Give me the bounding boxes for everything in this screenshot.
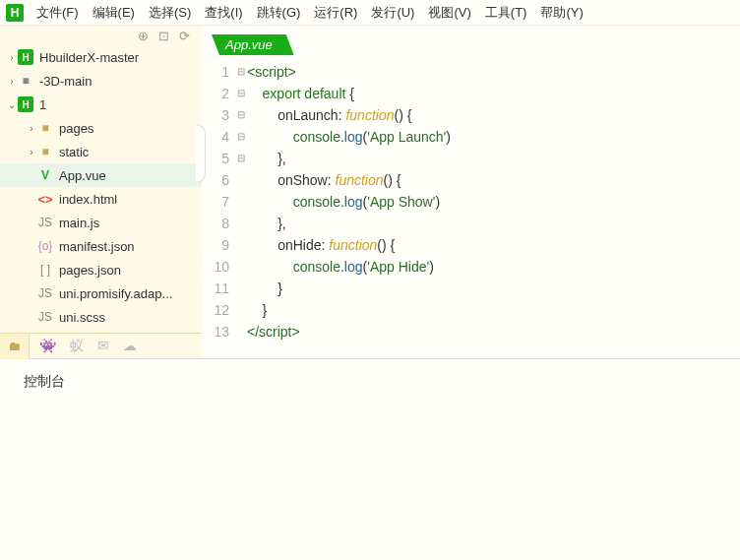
explorer-icon[interactable]: 🖿: [0, 334, 30, 359]
code-line[interactable]: onShow: function() {: [247, 169, 740, 191]
menu-视图(V)[interactable]: 视图(V): [421, 4, 477, 22]
fold-icon[interactable]: ⊟: [235, 104, 247, 126]
tree-manifest.json[interactable]: {o}manifest.json: [0, 234, 202, 258]
bug-icon[interactable]: 👾: [39, 338, 56, 355]
fold-g-icon: ■: [18, 73, 33, 89]
debug-icon[interactable]: 蚁: [70, 338, 84, 355]
tree-label: index.html: [59, 192, 117, 207]
code-line[interactable]: console.log('App Show'): [247, 191, 740, 213]
code-line[interactable]: onHide: function() {: [247, 234, 740, 256]
menu-items: 文件(F)编辑(E)选择(S)查找(I)跳转(G)运行(R)发行(U)视图(V)…: [30, 4, 590, 22]
vue-icon: V: [37, 167, 53, 183]
refresh-icon[interactable]: ⟳: [179, 29, 190, 43]
menu-工具(T)[interactable]: 工具(T): [478, 4, 534, 22]
console-tab[interactable]: 控制台: [24, 373, 65, 399]
line-number: 12: [202, 299, 229, 321]
sidebar: ⊕ ⊡ ⟳ ›HHbuilderX-master›■-3D-main⌄H1›■p…: [0, 26, 202, 358]
h-icon: H: [18, 96, 33, 112]
brackets-icon: [ ]: [37, 262, 53, 278]
chevron-icon[interactable]: ›: [26, 147, 37, 157]
line-number: 8: [202, 213, 229, 234]
code-lines[interactable]: <script> export default { onLaunch: func…: [247, 61, 740, 358]
line-number: 9: [202, 234, 229, 256]
tree-label: static: [59, 145, 89, 159]
chevron-icon[interactable]: ›: [26, 123, 37, 134]
menu-查找(I)[interactable]: 查找(I): [198, 4, 249, 22]
html-icon: <>: [37, 191, 53, 207]
menu-跳转(G)[interactable]: 跳转(G): [250, 4, 308, 22]
code-line[interactable]: console.log('App Hide'): [247, 256, 740, 278]
tree-uni.promisify.adap...[interactable]: JSuni.promisify.adap...: [0, 281, 202, 305]
fold-icon[interactable]: ⊟: [235, 148, 247, 169]
tree--3D-main[interactable]: ›■-3D-main: [0, 69, 202, 93]
fold-icon: ■: [37, 120, 53, 136]
fold-column: ⊟⊟⊟⊟⊟: [235, 61, 247, 358]
tree-uni.scss[interactable]: JSuni.scss: [0, 305, 202, 329]
menu-帮助(Y)[interactable]: 帮助(Y): [533, 4, 589, 22]
tree-label: uni.promisify.adap...: [59, 286, 172, 301]
tree-HbuilderX-master[interactable]: ›HHbuilderX-master: [0, 45, 202, 69]
tree-label: HbuilderX-master: [39, 50, 139, 65]
tree-index.html[interactable]: <>index.html: [0, 187, 202, 211]
line-number: 11: [202, 278, 229, 299]
chevron-icon[interactable]: ›: [6, 52, 18, 63]
tree-label: pages: [59, 121, 93, 136]
tab-app-vue[interactable]: App.vue: [212, 34, 294, 55]
code-line[interactable]: console.log('App Launch'): [247, 126, 740, 148]
h-icon: H: [18, 49, 33, 65]
tree-App.vue[interactable]: VApp.vue: [0, 163, 202, 187]
main-area: ⊕ ⊡ ⟳ ›HHbuilderX-master›■-3D-main⌄H1›■p…: [0, 26, 740, 358]
fold-icon[interactable]: ⊟: [235, 83, 247, 104]
tree-pages[interactable]: ›■pages: [0, 116, 202, 140]
fold-icon: ■: [37, 144, 53, 159]
sidebar-toolbar: ⊕ ⊡ ⟳: [0, 26, 202, 45]
line-number: 6: [202, 169, 229, 191]
sidebar-bottom: 🖿 👾 蚁 ✉ ☁: [0, 333, 202, 358]
tree-label: App.vue: [59, 168, 106, 183]
new-file-icon[interactable]: ⊕: [138, 29, 149, 43]
tree-pages.json[interactable]: [ ]pages.json: [0, 258, 202, 281]
app-logo: H: [6, 4, 24, 22]
tree-label: manifest.json: [59, 239, 135, 254]
tree-label: 1: [39, 97, 46, 112]
js-icon: JS: [37, 309, 53, 325]
menu-文件(F)[interactable]: 文件(F): [30, 4, 86, 22]
line-number: 13: [202, 321, 229, 342]
tree-label: -3D-main: [39, 74, 92, 89]
chevron-icon[interactable]: ›: [6, 76, 18, 87]
js-icon: JS: [37, 215, 53, 230]
code-line[interactable]: onLaunch: function() {: [247, 104, 740, 126]
code-line[interactable]: }: [247, 278, 740, 299]
code-line[interactable]: }: [247, 299, 740, 321]
tree-label: main.js: [59, 216, 99, 230]
toggle-sidebar-handle[interactable]: [196, 124, 206, 183]
menu-运行(R)[interactable]: 运行(R): [307, 4, 364, 22]
console-panel: 控制台: [0, 358, 740, 560]
menu-编辑(E)[interactable]: 编辑(E): [86, 4, 142, 22]
line-gutter: 12345678910111213: [202, 61, 235, 358]
code-line[interactable]: },: [247, 213, 740, 234]
code-area[interactable]: 12345678910111213 ⊟⊟⊟⊟⊟ <script> export …: [202, 55, 740, 358]
tree-label: uni.scss: [59, 310, 105, 325]
code-line[interactable]: </script>: [247, 321, 740, 342]
cloud-icon[interactable]: ☁: [123, 338, 137, 355]
line-number: 3: [202, 104, 229, 126]
tree-label: pages.json: [59, 263, 121, 278]
fold-icon[interactable]: ⊟: [235, 61, 247, 83]
line-number: 2: [202, 83, 229, 104]
code-line[interactable]: export default {: [247, 83, 740, 104]
tree-static[interactable]: ›■static: [0, 140, 202, 163]
js-icon: JS: [37, 285, 53, 301]
collapse-icon[interactable]: ⊡: [158, 29, 169, 43]
sync-icon[interactable]: ✉: [97, 338, 109, 355]
code-line[interactable]: },: [247, 148, 740, 169]
menu-发行(U)[interactable]: 发行(U): [364, 4, 421, 22]
fold-icon[interactable]: ⊟: [235, 126, 247, 148]
tree-1[interactable]: ⌄H1: [0, 93, 202, 116]
menu-选择(S)[interactable]: 选择(S): [142, 4, 198, 22]
file-tree: ›HHbuilderX-master›■-3D-main⌄H1›■pages›■…: [0, 45, 202, 333]
chevron-icon[interactable]: ⌄: [6, 99, 18, 110]
tree-main.js[interactable]: JSmain.js: [0, 211, 202, 234]
code-line[interactable]: <script>: [247, 61, 740, 83]
editor-tabs: App.vue: [202, 26, 740, 55]
